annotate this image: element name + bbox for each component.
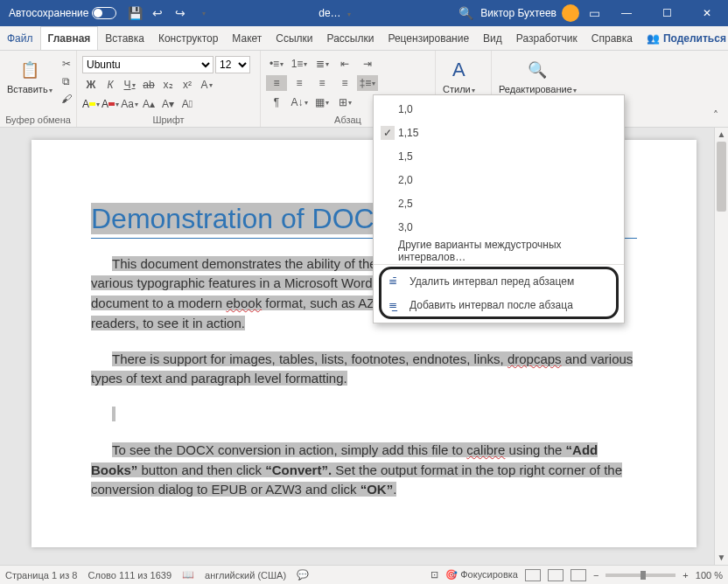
italic-button[interactable]: К [102, 77, 119, 93]
tab-file[interactable]: Файл [0, 26, 40, 50]
qat-more-icon[interactable] [193, 3, 213, 23]
view-print-icon[interactable] [525, 569, 541, 581]
share-icon: 👥 [647, 32, 660, 45]
find-icon: 🔍 [525, 58, 550, 82]
zoom-level[interactable]: 100 % [696, 570, 723, 581]
zoom-in-button[interactable]: + [682, 570, 688, 581]
search-icon[interactable]: 🔍 [456, 3, 475, 23]
line-spacing-button[interactable]: ‡≡ [357, 75, 378, 91]
strike-button[interactable]: ab [140, 77, 158, 93]
font-color-button[interactable]: A [102, 96, 119, 112]
doc-paragraph-3: To see the DOCX conversion in action, si… [91, 441, 637, 500]
align-center-button[interactable]: ≡ [289, 75, 310, 91]
close-button[interactable]: ✕ [690, 0, 724, 26]
status-words[interactable]: Слово 111 из 1639 [88, 570, 172, 581]
styles-icon: A [446, 58, 471, 82]
shading-button[interactable]: ▦ [312, 94, 332, 110]
bullets-button[interactable]: •≡ [266, 56, 287, 72]
text-effects-button[interactable]: A [198, 77, 215, 93]
spacing-1-15[interactable]: 1,15 [374, 121, 624, 144]
status-focus[interactable]: 🎯 Фокусировка [445, 569, 518, 581]
spacing-2-0[interactable]: 2,0 [374, 168, 624, 191]
tab-review[interactable]: Рецензирование [381, 26, 476, 50]
format-painter-icon[interactable]: 🖌 [58, 91, 75, 107]
font-size-select[interactable]: 12 [215, 56, 250, 73]
minimize-button[interactable]: — [609, 0, 644, 26]
document-name: de… [318, 7, 340, 19]
undo-icon[interactable]: ↩ [148, 3, 167, 23]
add-space-after[interactable]: ≡̲Добавить интервал после абзаца [382, 293, 616, 316]
tab-insert[interactable]: Вставка [98, 26, 151, 50]
status-spellcheck-icon[interactable]: 📖 [182, 569, 194, 581]
multilevel-button[interactable]: ≣ [312, 56, 332, 72]
numbering-button[interactable]: 1≡ [289, 56, 310, 72]
editing-button[interactable]: 🔍 Редактирование [497, 56, 578, 96]
scroll-down-icon[interactable]: ▼ [715, 551, 728, 565]
view-web-icon[interactable] [570, 569, 586, 581]
scroll-up-icon[interactable]: ▲ [715, 128, 728, 142]
status-macro-icon[interactable]: ⊡ [430, 569, 438, 581]
view-read-icon[interactable] [548, 569, 564, 581]
redo-icon[interactable]: ↪ [171, 3, 190, 23]
status-bar: Страница 1 из 8 Слово 111 из 1639 📖 англ… [0, 565, 728, 584]
avatar[interactable] [562, 4, 579, 22]
tab-design[interactable]: Конструктор [151, 26, 225, 50]
status-accessibility-icon[interactable]: 💬 [297, 569, 309, 581]
autosave-toggle[interactable]: Автосохранение [4, 7, 122, 19]
increase-indent-button[interactable]: ⇥ [357, 56, 378, 72]
decrease-indent-button[interactable]: ⇤ [334, 56, 355, 72]
borders-button[interactable]: ⊞ [334, 94, 355, 110]
vertical-scrollbar[interactable]: ▲ ▼ [714, 128, 728, 565]
group-font: Ubuntu 12 Ж К Ч ab x₂ x² A A A Aa A▴ A▾ … [77, 51, 261, 127]
line-spacing-menu: 1,0 1,15 1,5 2,0 2,5 3,0 Другие варианты… [373, 94, 625, 323]
group-font-label: Шрифт [82, 113, 255, 127]
tab-help[interactable]: Справка [584, 26, 640, 50]
copy-icon[interactable]: ⧉ [58, 73, 75, 89]
tab-share[interactable]: 👥Поделиться [640, 26, 728, 50]
subscript-button[interactable]: x₂ [159, 77, 177, 93]
shrink-font-button[interactable]: A▾ [159, 96, 177, 112]
title-bar: Автосохранение 💾 ↩ ↪ de… 🔍 Виктор Бухтее… [0, 0, 728, 26]
align-left-button[interactable]: ≡ [266, 75, 287, 91]
doc-name-dropdown-icon[interactable] [346, 7, 351, 19]
font-family-select[interactable]: Ubuntu [82, 56, 214, 73]
scroll-thumb[interactable] [717, 142, 726, 212]
spacing-1-0[interactable]: 1,0 [374, 97, 624, 121]
spacing-3-0[interactable]: 3,0 [374, 215, 624, 239]
remove-space-before[interactable]: ≡̄Удалить интервал перед абзацем [382, 269, 616, 293]
tab-references[interactable]: Ссылки [269, 26, 319, 50]
zoom-slider[interactable] [606, 574, 676, 577]
tab-home[interactable]: Главная [40, 26, 99, 50]
align-right-button[interactable]: ≡ [312, 75, 332, 91]
status-page[interactable]: Страница 1 из 8 [5, 570, 77, 581]
tab-layout[interactable]: Макет [225, 26, 269, 50]
cut-icon[interactable]: ✂ [58, 56, 75, 72]
change-case-button[interactable]: Aa [121, 96, 138, 112]
sort-button[interactable]: A↓ [289, 94, 310, 110]
save-icon[interactable]: 💾 [125, 3, 144, 23]
highlight-button[interactable]: A [82, 96, 100, 112]
status-language[interactable]: английский (США) [205, 570, 286, 581]
collapse-ribbon-icon[interactable]: ˄ [707, 108, 724, 123]
tab-developer[interactable]: Разработчик [509, 26, 584, 50]
tab-view[interactable]: Вид [476, 26, 509, 50]
spacing-more[interactable]: Другие варианты междустрочных интервалов… [374, 239, 624, 262]
add-after-icon: ≡̲ [388, 299, 397, 311]
bold-button[interactable]: Ж [82, 77, 100, 93]
superscript-button[interactable]: x² [178, 77, 196, 93]
autosave-label: Автосохранение [9, 7, 88, 19]
paste-button[interactable]: 📋 Вставить [5, 56, 54, 96]
show-marks-button[interactable]: ¶ [266, 94, 287, 110]
maximize-button[interactable]: ☐ [649, 0, 684, 26]
ribbon-display-icon[interactable]: ▭ [584, 3, 604, 23]
spacing-2-5[interactable]: 2,5 [374, 191, 624, 215]
justify-button[interactable]: ≡ [334, 75, 355, 91]
underline-button[interactable]: Ч [121, 77, 138, 93]
styles-button[interactable]: A Стили [441, 56, 477, 96]
clear-format-button[interactable]: A⃠ [178, 96, 196, 112]
grow-font-button[interactable]: A▴ [140, 96, 158, 112]
paste-icon: 📋 [18, 58, 42, 82]
tab-mailings[interactable]: Рассылки [320, 26, 382, 50]
zoom-out-button[interactable]: − [593, 570, 598, 581]
spacing-1-5[interactable]: 1,5 [374, 144, 624, 168]
